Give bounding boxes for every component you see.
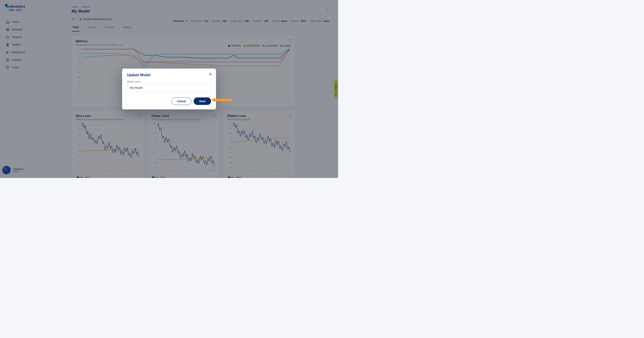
model-name-input[interactable] (127, 84, 211, 92)
close-icon[interactable] (208, 72, 212, 76)
save-button[interactable]: Save (194, 98, 211, 105)
cancel-button[interactable]: Cancel (172, 98, 192, 105)
update-model-modal: Update Model Model name Cancel Save (122, 69, 216, 110)
model-name-label: Model name (127, 80, 211, 83)
modal-title: Update Model (127, 73, 211, 77)
